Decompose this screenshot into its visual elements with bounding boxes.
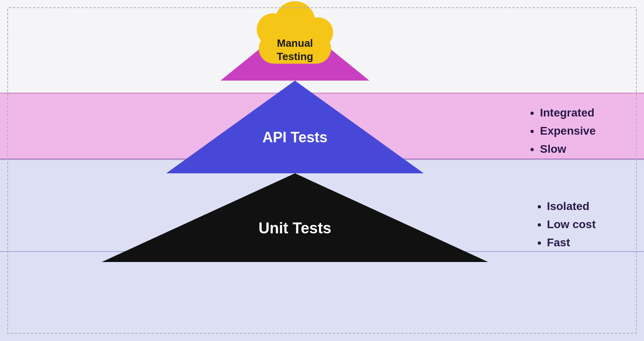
pyramid-wrapper: ManualTesting UI Tests API Tests Unit Te… bbox=[102, 0, 488, 341]
annotation-top: Integrated Expensive Slow bbox=[531, 104, 596, 158]
cloud-label: ManualTesting bbox=[251, 37, 339, 63]
list-item-isolated: Isolated bbox=[547, 198, 596, 216]
api-triangle bbox=[166, 81, 424, 173]
list-item-low-cost: Low cost bbox=[547, 216, 596, 234]
api-label: API Tests bbox=[262, 129, 327, 146]
list-item-expensive: Expensive bbox=[540, 122, 596, 140]
annotation-top-list: Integrated Expensive Slow bbox=[531, 104, 596, 158]
unit-triangle bbox=[102, 173, 488, 262]
annotation-bottom-list: Isolated Low cost Fast bbox=[538, 198, 596, 252]
unit-label: Unit Tests bbox=[258, 220, 331, 237]
list-item-integrated: Integrated bbox=[540, 104, 596, 122]
list-item-slow: Slow bbox=[540, 140, 596, 158]
list-item-fast: Fast bbox=[547, 234, 596, 252]
cloud: ManualTesting bbox=[251, 11, 339, 72]
annotation-bottom: Isolated Low cost Fast bbox=[538, 198, 596, 252]
